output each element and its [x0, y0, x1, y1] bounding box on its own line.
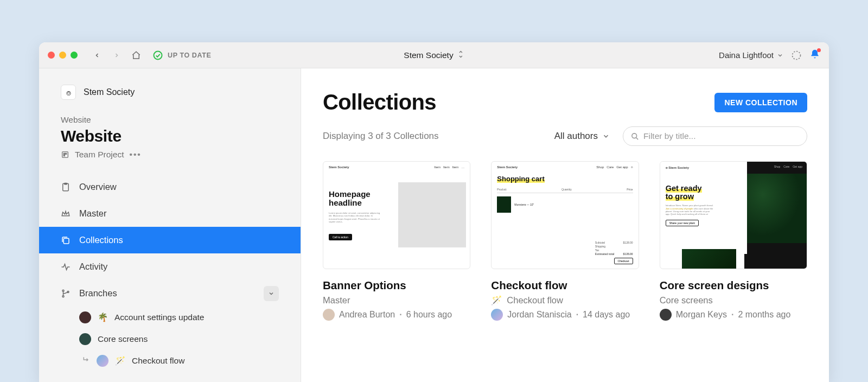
- sidebar-item-master[interactable]: Master: [39, 200, 301, 227]
- svg-point-10: [62, 295, 64, 297]
- activity-icon: [61, 262, 71, 272]
- back-button[interactable]: [91, 49, 104, 62]
- help-button[interactable]: [791, 50, 802, 61]
- collection-meta: Andrea Burton · 6 hours ago: [323, 309, 470, 321]
- org-chip[interactable]: ⌾ Stem Society: [61, 85, 279, 100]
- svg-rect-5: [63, 155, 65, 156]
- chevron-down-icon: [777, 52, 783, 59]
- avatar: [323, 309, 335, 321]
- sidebar-item-label: Branches: [79, 288, 117, 298]
- sidebar-item-overview[interactable]: Overview: [39, 174, 301, 200]
- svg-point-1: [793, 51, 801, 59]
- more-icon[interactable]: •••: [129, 150, 141, 160]
- collection-author: Andrea Burton: [339, 310, 395, 320]
- minimize-window-button[interactable]: [59, 52, 66, 59]
- app-window: UP TO DATE Stem Society Daina Lightfoot: [39, 42, 829, 382]
- window-controls: [48, 52, 78, 59]
- collection-card[interactable]: Stem SocietyItem Item Item … Homepage he…: [323, 161, 470, 321]
- org-name: Stem Society: [84, 87, 135, 97]
- collection-time: 6 hours ago: [406, 310, 452, 320]
- sidebar-item-branches[interactable]: Branches: [39, 280, 301, 307]
- main-panel: Collections NEW COLLECTION Displaying 3 …: [301, 68, 829, 382]
- collection-thumbnail: Stem SocietyItem Item Item … Homepage he…: [323, 161, 470, 269]
- sync-status: UP TO DATE: [152, 50, 211, 61]
- avatar: [491, 309, 503, 321]
- overview-icon: [61, 182, 71, 192]
- project-meta: Team Project •••: [61, 150, 279, 160]
- result-count: Displaying 3 of 3 Collections: [323, 131, 541, 142]
- svg-rect-4: [66, 153, 67, 154]
- branch-label: Checkout flow: [132, 356, 184, 366]
- avatar: [97, 355, 108, 367]
- check-circle-icon: [152, 50, 163, 61]
- collection-card[interactable]: ShopCareGet app ⌾ Stem Society Get ready…: [660, 161, 807, 321]
- sidebar-item-collections[interactable]: Collections: [39, 227, 301, 253]
- filter-input[interactable]: [643, 131, 799, 141]
- sidebar-item-activity[interactable]: Activity: [39, 253, 301, 280]
- notifications-button[interactable]: [809, 49, 820, 62]
- branch-label: Account settings update: [114, 313, 204, 322]
- sync-status-label: UP TO DATE: [168, 52, 211, 59]
- collection-card[interactable]: Stem SocietyShop Care Get app ⌾ Shopping…: [491, 161, 639, 321]
- sidebar-nav: Overview Master Collections Activity Bra…: [39, 174, 301, 372]
- filter-input-wrap[interactable]: [623, 126, 807, 146]
- collapse-branches-button[interactable]: [264, 286, 279, 301]
- branches-icon: [61, 289, 71, 298]
- project-type-label: Team Project: [75, 150, 124, 160]
- svg-rect-8: [63, 238, 69, 244]
- collections-icon: [61, 235, 71, 245]
- project-switcher[interactable]: Stem Society: [404, 50, 464, 61]
- forward-button[interactable]: [110, 49, 123, 62]
- user-menu[interactable]: Daina Lightfoot: [719, 50, 783, 60]
- branch-item[interactable]: Core screens: [39, 328, 301, 350]
- collection-author: Jordan Staniscia: [507, 310, 571, 320]
- avatar: [79, 311, 91, 323]
- breadcrumb[interactable]: Website: [61, 115, 279, 125]
- collection-meta: Morgan Keys · 2 months ago: [660, 309, 807, 321]
- branch-item[interactable]: 🌴 Account settings update: [39, 307, 301, 328]
- branch-label: Core screens: [98, 334, 148, 344]
- updown-icon: [458, 50, 464, 61]
- org-logo: ⌾: [61, 85, 76, 100]
- project-switcher-label: Stem Society: [404, 50, 453, 60]
- collection-title: Banner Options: [323, 279, 470, 292]
- branch-emoji: 🌴: [98, 313, 108, 322]
- branch-item[interactable]: 🪄 Checkout flow: [39, 350, 301, 372]
- search-icon: [631, 132, 639, 141]
- collection-branch: Master: [323, 295, 470, 305]
- collection-branch: Core screens: [660, 295, 807, 305]
- svg-point-9: [62, 290, 64, 291]
- collections-grid: Stem SocietyItem Item Item … Homepage he…: [323, 161, 807, 321]
- maximize-window-button[interactable]: [71, 52, 78, 59]
- notification-dot: [817, 48, 821, 52]
- titlebar: UP TO DATE Stem Society Daina Lightfoot: [39, 42, 829, 68]
- sidebar: ⌾ Stem Society Website Website Team Proj…: [39, 68, 301, 382]
- collection-time: 2 months ago: [738, 310, 790, 320]
- sidebar-item-label: Overview: [79, 182, 117, 192]
- collection-title: Core screen designs: [660, 279, 807, 292]
- team-icon: [61, 150, 69, 159]
- collection-branch: 🪄 Checkout flow: [491, 295, 639, 305]
- new-collection-button[interactable]: NEW COLLECTION: [714, 93, 807, 112]
- project-title: Website: [61, 127, 279, 145]
- authors-filter[interactable]: All authors: [554, 131, 610, 142]
- page-title: Collections: [323, 90, 436, 114]
- sidebar-item-label: Master: [79, 208, 106, 219]
- collection-thumbnail: Stem SocietyShop Care Get app ⌾ Shopping…: [491, 161, 639, 269]
- branch-emoji: 🪄: [115, 356, 125, 366]
- svg-point-12: [632, 133, 637, 138]
- collection-title: Checkout flow: [491, 279, 639, 292]
- sidebar-item-label: Activity: [79, 262, 107, 272]
- svg-rect-3: [63, 153, 65, 154]
- app-body: ⌾ Stem Society Website Website Team Proj…: [39, 68, 829, 382]
- home-button[interactable]: [130, 49, 143, 62]
- authors-filter-label: All authors: [554, 131, 598, 142]
- svg-line-13: [636, 137, 638, 139]
- chevron-down-icon: [268, 290, 275, 297]
- crown-icon: [61, 209, 71, 219]
- close-window-button[interactable]: [48, 52, 55, 59]
- chevron-down-icon: [602, 132, 610, 140]
- sidebar-item-label: Collections: [79, 235, 123, 245]
- collection-thumbnail: ShopCareGet app ⌾ Stem Society Get ready…: [660, 161, 807, 269]
- collection-meta: Jordan Staniscia · 14 days ago: [491, 309, 639, 321]
